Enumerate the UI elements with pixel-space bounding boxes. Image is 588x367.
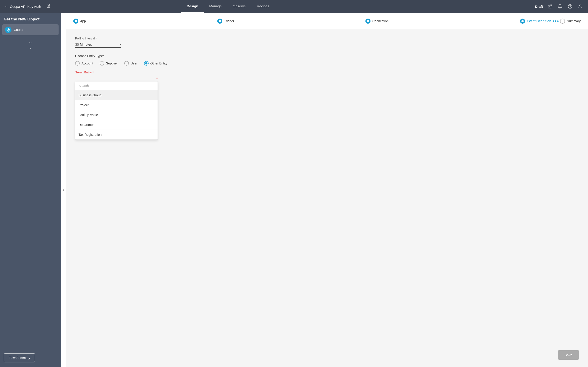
form-section: Polling Interval * 30 Minutes ▾ Choose E… xyxy=(75,37,236,140)
radio-circle-other xyxy=(144,61,149,66)
step-summary[interactable]: Summary xyxy=(560,19,581,24)
sidebar: Get the New Object Coupa ⌄⌄ Flow Summary xyxy=(0,13,61,367)
edit-icon[interactable] xyxy=(47,4,50,9)
step-connection-label: Connection xyxy=(372,19,389,23)
step-connection-circle xyxy=(365,19,371,24)
step-trigger-label: Trigger xyxy=(224,19,234,23)
draft-status: Draft xyxy=(535,5,543,8)
radio-circle-user xyxy=(124,61,129,66)
radio-circle-supplier xyxy=(100,61,104,66)
nav-tab-manage[interactable]: Manage xyxy=(204,0,227,13)
radio-account[interactable]: Account xyxy=(75,61,93,66)
external-link-icon[interactable] xyxy=(547,3,553,10)
step-inner xyxy=(219,20,221,22)
connector-3 xyxy=(390,21,519,21)
dropdown-option-project[interactable]: Project xyxy=(75,100,157,110)
svg-line-0 xyxy=(549,5,552,7)
select-entity-trigger[interactable]: ▾ xyxy=(75,75,158,81)
collapse-handle[interactable]: ‹ xyxy=(61,13,66,367)
step-inner xyxy=(367,20,369,22)
main-content: App Trigger Connection xyxy=(66,13,588,367)
nav-tab-design[interactable]: Design xyxy=(181,0,204,13)
radio-circle-account xyxy=(75,61,80,66)
radio-label-other: Other Entity xyxy=(150,61,167,65)
dot-3 xyxy=(557,20,559,22)
select-entity-label: Select Entity * xyxy=(75,71,236,74)
nav-tab-recipes[interactable]: Recipes xyxy=(251,0,275,13)
chevron-down-icon: ⌄⌄ xyxy=(28,39,32,50)
nav-right: Draft xyxy=(406,3,583,10)
sidebar-chevron[interactable]: ⌄⌄ xyxy=(28,39,32,50)
bell-icon[interactable] xyxy=(557,3,563,10)
dropdown-option-business-group[interactable]: Business Group xyxy=(75,90,157,100)
step-app-label: App xyxy=(80,19,86,23)
dropdown-option-tax-registration[interactable]: Tax Registration xyxy=(75,130,157,140)
collapse-arrow-icon: ‹ xyxy=(63,188,64,192)
step-trigger-circle xyxy=(217,19,222,24)
save-button[interactable]: Save xyxy=(558,350,579,360)
sidebar-item-coupa[interactable]: Coupa xyxy=(2,24,59,35)
step-event-definition[interactable]: Event Definition xyxy=(520,19,552,24)
step-inner xyxy=(521,20,524,22)
main-layout: Get the New Object Coupa ⌄⌄ Flow Summary… xyxy=(0,13,588,367)
entity-type-label: Choose Entity Type: xyxy=(75,54,236,58)
dot-1 xyxy=(553,20,554,22)
svg-point-3 xyxy=(579,5,581,6)
dropdown-search-container xyxy=(75,81,157,90)
radio-label-supplier: Supplier xyxy=(106,61,118,65)
radio-supplier[interactable]: Supplier xyxy=(100,61,118,66)
back-button[interactable]: ← Coupa API Key Auth xyxy=(5,5,41,8)
sidebar-header: Get the New Object xyxy=(0,13,61,24)
step-summary-circle xyxy=(560,19,565,24)
radio-other-entity[interactable]: Other Entity xyxy=(144,61,167,66)
polling-interval-label: Polling Interval * xyxy=(75,37,236,40)
polling-interval-dropdown[interactable]: 30 Minutes ▾ xyxy=(75,42,121,48)
sidebar-item-label: Coupa xyxy=(14,28,23,32)
nav-tab-observe[interactable]: Observe xyxy=(227,0,251,13)
app-title: Coupa API Key Auth xyxy=(10,5,41,8)
help-icon[interactable] xyxy=(567,3,573,10)
connector-1 xyxy=(87,21,216,21)
polling-interval-value: 30 Minutes xyxy=(75,42,118,46)
wizard-steps: App Trigger Connection xyxy=(66,13,588,29)
flow-summary-button[interactable]: Flow Summary xyxy=(4,353,35,362)
nav-tabs: Design Manage Observe Recipes xyxy=(50,0,406,13)
radio-user[interactable]: User xyxy=(124,61,138,66)
coupa-icon xyxy=(5,27,11,33)
radio-label-account: Account xyxy=(82,61,93,65)
step-inner xyxy=(75,20,77,22)
dropdown-search-input[interactable] xyxy=(78,84,154,88)
top-nav: ← Coupa API Key Auth Design Manage Obser… xyxy=(0,0,588,13)
step-app[interactable]: App xyxy=(73,19,86,24)
select-entity-arrow: ▾ xyxy=(156,76,158,80)
connector-2 xyxy=(235,21,364,21)
user-icon[interactable] xyxy=(577,3,583,10)
entity-type-radio-group: Account Supplier User xyxy=(75,61,236,66)
step-dots xyxy=(553,20,559,22)
step-event-circle xyxy=(520,19,525,24)
step-connection[interactable]: Connection xyxy=(365,19,389,24)
dropdown-option-department[interactable]: Department xyxy=(75,120,157,130)
step-app-circle xyxy=(73,19,78,24)
content-area: Polling Interval * 30 Minutes ▾ Choose E… xyxy=(66,29,588,367)
radio-dot-other xyxy=(145,62,147,65)
step-summary-label: Summary xyxy=(567,19,581,23)
dropdown-option-lookup-value[interactable]: Lookup Value xyxy=(75,110,157,120)
sidebar-title: Get the New Object xyxy=(4,17,57,22)
back-arrow-icon: ← xyxy=(5,5,8,8)
step-trigger[interactable]: Trigger xyxy=(217,19,234,24)
polling-dropdown-arrow: ▾ xyxy=(120,43,121,46)
radio-label-user: User xyxy=(131,61,138,65)
dot-2 xyxy=(555,20,556,22)
step-event-label: Event Definition xyxy=(527,19,552,23)
entity-dropdown-menu: Business Group Project Lookup Value Depa… xyxy=(75,81,158,140)
